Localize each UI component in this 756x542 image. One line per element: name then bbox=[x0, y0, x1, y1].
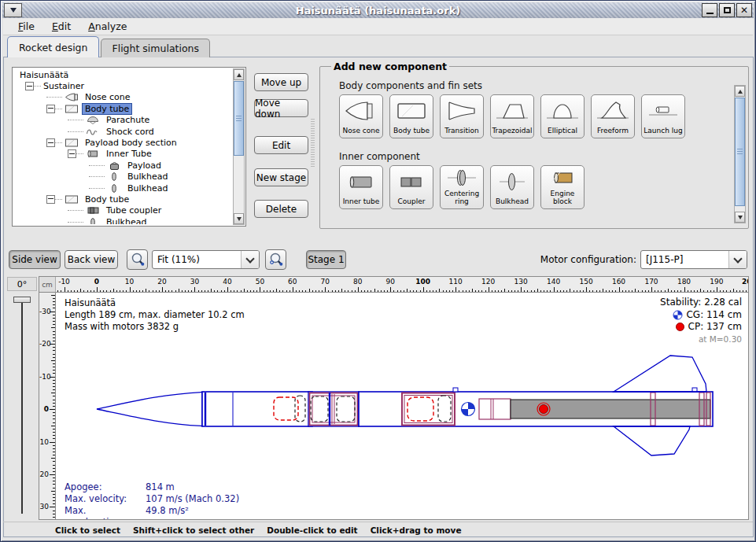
delete-button[interactable]: Delete bbox=[254, 200, 308, 218]
tree-item-bulkhead[interactable]: Bulkhead bbox=[14, 183, 232, 194]
tree-item-shock-cord[interactable]: Shock cord bbox=[14, 126, 232, 137]
back-view-button[interactable]: Back view bbox=[65, 250, 118, 269]
title-bar[interactable]: Haisunäätä (haisunaata.ork) ✕ bbox=[2, 2, 754, 18]
tab-flight-simulations[interactable]: Flight simulations bbox=[101, 39, 210, 57]
ruler-label: 200 bbox=[737, 278, 748, 286]
zoom-level-select[interactable]: Fit (11%) bbox=[152, 250, 260, 269]
ruler-label: 10 bbox=[39, 438, 49, 446]
tree-item-parachute[interactable]: Parachute bbox=[14, 115, 232, 126]
add-engine-block-button[interactable]: Engine block bbox=[540, 165, 585, 209]
zoom-in-button[interactable] bbox=[265, 249, 286, 270]
add-transition-button[interactable]: Transition bbox=[440, 94, 484, 138]
add-centering-ring-button[interactable]: Centering ring bbox=[440, 165, 484, 209]
tree-item-payload-body-section[interactable]: Payload body section bbox=[14, 137, 232, 148]
menu-analyze[interactable]: Analyze bbox=[79, 19, 135, 34]
ruler-label: -30 bbox=[39, 308, 49, 315]
maximize-button[interactable] bbox=[719, 3, 735, 17]
tree-item-sustainer[interactable]: Sustainer bbox=[14, 80, 232, 91]
scroll-up-button[interactable] bbox=[735, 86, 745, 97]
component-scrollbar[interactable] bbox=[734, 85, 746, 223]
nose-cone-shape[interactable] bbox=[97, 393, 202, 426]
ruler-tick bbox=[53, 367, 55, 367]
ruler-label: 10 bbox=[118, 278, 142, 286]
rotation-slider-track[interactable] bbox=[21, 303, 23, 514]
ruler-tick bbox=[619, 287, 620, 293]
tree-expander[interactable] bbox=[46, 138, 55, 147]
zoom-out-button[interactable] bbox=[127, 249, 148, 270]
ruler-tick bbox=[53, 403, 55, 404]
add-freeform-button[interactable]: Freeform bbox=[591, 94, 635, 138]
component-button-label: Freeform bbox=[597, 127, 629, 135]
scrollbar-thumb[interactable] bbox=[735, 98, 745, 206]
add-coupler-button[interactable]: Coupler bbox=[389, 165, 433, 209]
splitter-handle[interactable] bbox=[311, 119, 315, 168]
add-inner-tube-button[interactable]: Inner tube bbox=[339, 165, 383, 209]
side-view-button[interactable]: Side view bbox=[9, 250, 61, 269]
add-nose-cone-button[interactable]: Nose cone bbox=[339, 94, 383, 138]
ruler-label: 50 bbox=[248, 278, 271, 286]
menu-file[interactable]: File bbox=[9, 19, 43, 34]
add-launch-lug-button[interactable]: Launch lug bbox=[641, 94, 685, 138]
add-elliptical-button[interactable]: Elliptical bbox=[540, 94, 585, 138]
minimize-button[interactable] bbox=[702, 3, 717, 17]
lower-fin-shape[interactable] bbox=[614, 426, 690, 455]
scroll-down-button[interactable] bbox=[735, 212, 745, 223]
add-component-group: Add new component Body components and fi… bbox=[319, 61, 749, 229]
tree-item-tube-coupler[interactable]: Tube coupler bbox=[14, 205, 232, 216]
tree-item-body-tube[interactable]: Body tube bbox=[14, 103, 232, 114]
tree-item-nose-cone[interactable]: Nose cone bbox=[14, 92, 232, 103]
move-down-button[interactable]: Move down bbox=[254, 99, 308, 117]
window-menu-icon[interactable] bbox=[4, 3, 22, 17]
motor-configuration-select[interactable]: [J115-P] bbox=[640, 250, 747, 269]
add-body-tube-button[interactable]: Body tube bbox=[389, 94, 433, 138]
ruler-label: 90 bbox=[378, 278, 402, 286]
ruler-tick bbox=[53, 380, 55, 381]
ruler-label: -20 bbox=[39, 340, 49, 348]
scroll-down-button[interactable] bbox=[234, 213, 244, 224]
motor-mount-shape[interactable] bbox=[479, 399, 511, 419]
tree-item-bulkhead[interactable]: Bulkhead bbox=[14, 216, 232, 224]
cp-icon bbox=[675, 322, 685, 332]
upper-fin-shape[interactable] bbox=[614, 356, 706, 392]
move-up-button[interactable]: Move up bbox=[254, 73, 308, 91]
tree-item-haisun-t[interactable]: Haisunäätä bbox=[14, 69, 232, 80]
tree-expander[interactable] bbox=[25, 82, 34, 90]
tree-connector bbox=[89, 165, 105, 166]
rocket-info-text: Haisunäätä Length 189 cm, max. diameter … bbox=[65, 297, 245, 333]
tab-rocket-design[interactable]: Rocket design bbox=[7, 36, 99, 57]
cg-value: CG: 114 cm bbox=[686, 309, 742, 322]
mach-condition: at M=0.30 bbox=[660, 334, 742, 346]
ruler-tick bbox=[53, 350, 55, 351]
ruler-tick bbox=[423, 287, 424, 293]
scrollbar-thumb[interactable] bbox=[234, 81, 244, 156]
menu-bar: FileEditAnalyze bbox=[3, 18, 753, 35]
tree-item-bulkhead[interactable]: Bulkhead bbox=[14, 171, 232, 183]
tree-scrollbar[interactable] bbox=[233, 68, 245, 225]
rotation-slider-handle[interactable] bbox=[13, 297, 31, 303]
tree-item-inner-tube[interactable]: Inner Tube bbox=[14, 149, 232, 160]
close-button[interactable]: ✕ bbox=[736, 3, 752, 17]
edit-button[interactable]: Edit bbox=[254, 136, 308, 154]
ruler-tick bbox=[53, 400, 55, 400]
body-tube-shape[interactable] bbox=[202, 392, 312, 426]
dropdown-button[interactable] bbox=[241, 251, 259, 268]
tree-item-body-tube[interactable]: Body tube bbox=[14, 194, 232, 205]
bodytube-icon bbox=[64, 138, 81, 148]
tree-expander[interactable] bbox=[68, 149, 76, 158]
ruler-tick bbox=[53, 484, 55, 485]
dropdown-button[interactable] bbox=[728, 251, 747, 268]
tree-expander[interactable] bbox=[46, 195, 55, 204]
scroll-up-button[interactable] bbox=[234, 69, 244, 80]
menu-edit[interactable]: Edit bbox=[43, 19, 79, 34]
tree-item-payload[interactable]: Payload bbox=[14, 160, 232, 171]
minimize-icon bbox=[706, 13, 714, 14]
add-bulkhead-button[interactable]: Bulkhead bbox=[490, 165, 534, 209]
add-trapezoidal-button[interactable]: Trapezoidal bbox=[490, 94, 534, 138]
stage-1-toggle[interactable]: Stage 1 bbox=[306, 250, 346, 269]
tree-expander[interactable] bbox=[46, 105, 55, 113]
rocket-diagram[interactable]: Haisunäätä Length 189 cm, max. diameter … bbox=[56, 293, 748, 519]
component-tree[interactable]: HaisunäätäSustainerNose coneBody tubePar… bbox=[14, 69, 232, 224]
new-stage-button[interactable]: New stage bbox=[254, 168, 308, 186]
ruler-label: 170 bbox=[640, 278, 663, 286]
tree-connector bbox=[89, 176, 105, 177]
